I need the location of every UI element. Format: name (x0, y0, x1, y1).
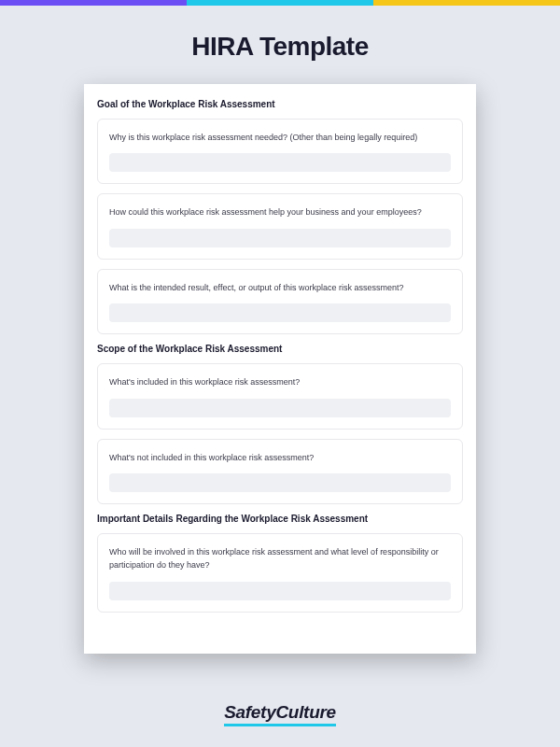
bar-segment-yellow (373, 0, 560, 6)
answer-input[interactable] (109, 153, 451, 172)
page-title: HIRA Template (0, 32, 560, 62)
answer-input[interactable] (109, 303, 451, 322)
question-text: How could this workplace risk assessment… (109, 205, 451, 218)
question-text: What's included in this workplace risk a… (109, 375, 451, 388)
answer-input[interactable] (109, 229, 451, 247)
section-header-scope: Scope of the Workplace Risk Assessment (97, 344, 463, 354)
question-text: What's not included in this workplace ri… (109, 451, 451, 464)
bar-segment-purple (0, 0, 187, 6)
section-header-goal: Goal of the Workplace Risk Assessment (97, 99, 463, 109)
question-block: How could this workplace risk assessment… (97, 193, 463, 259)
bar-segment-cyan (187, 0, 373, 6)
brand-footer: SafetyCulture (0, 702, 560, 726)
question-text: Why is this workplace risk assessment ne… (109, 131, 451, 144)
question-block: What's not included in this workplace ri… (97, 439, 463, 504)
question-block: Why is this workplace risk assessment ne… (97, 119, 463, 184)
form-panel: Goal of the Workplace Risk Assessment Wh… (84, 84, 476, 654)
brand-logo: SafetyCulture (224, 702, 336, 726)
question-block: What's included in this workplace risk a… (97, 363, 463, 429)
question-block: What is the intended result, effect, or … (97, 269, 463, 334)
question-block: Who will be involved in this workplace r… (97, 533, 463, 613)
answer-input[interactable] (109, 473, 451, 492)
accent-bar (0, 0, 560, 6)
section-header-details: Important Details Regarding the Workplac… (97, 514, 463, 524)
answer-input[interactable] (109, 399, 451, 417)
question-text: What is the intended result, effect, or … (109, 281, 451, 294)
question-text: Who will be involved in this workplace r… (109, 545, 451, 572)
answer-input[interactable] (109, 582, 451, 600)
